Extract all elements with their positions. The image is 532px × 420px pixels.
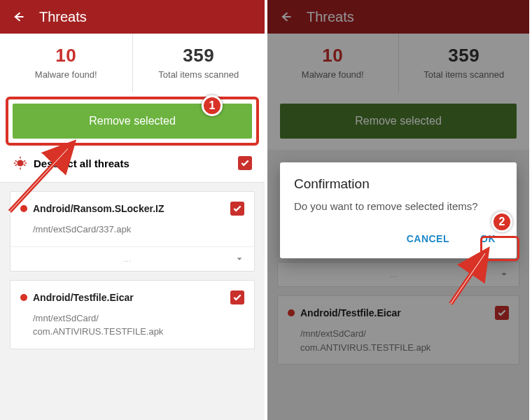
threat-card-footer[interactable]: …: [10, 246, 254, 271]
stat-malware-label: Malware found!: [6, 69, 127, 80]
threat-checkbox[interactable]: [230, 290, 244, 304]
stat-malware: 10 Malware found!: [0, 34, 133, 92]
check-icon: [232, 293, 242, 302]
ellipsis-icon: …: [20, 255, 234, 263]
threat-checkbox[interactable]: [230, 202, 244, 216]
threat-name: Android/Testfile.Eicar: [33, 292, 230, 303]
back-button[interactable]: [8, 7, 28, 27]
screen-step-2: Threats 10 Malware found! 359 Total item…: [266, 0, 532, 420]
app-header: Threats: [0, 0, 265, 34]
chevron-down-icon: [234, 254, 244, 264]
threat-dot-icon: [20, 205, 27, 212]
svg-point-0: [17, 160, 23, 166]
check-icon: [232, 204, 242, 214]
dialog-title: Confirmation: [294, 176, 503, 192]
stat-scanned: 359 Total items scanned: [133, 34, 265, 92]
threat-name: Android/Ransom.SLocker.IZ: [33, 203, 230, 214]
cancel-button[interactable]: CANCEL: [400, 229, 456, 248]
threat-card-header: Android/Testfile.Eicar: [10, 281, 254, 312]
page-title: Threats: [39, 9, 87, 25]
stat-scanned-count: 359: [139, 45, 260, 66]
remove-button-container: Remove selected: [0, 92, 265, 150]
screen-step-1: Threats 10 Malware found! 359 Total item…: [0, 0, 266, 420]
arrow-left-icon: [11, 10, 25, 24]
dialog-message: Do you want to remove selected items?: [294, 199, 503, 214]
annotation-badge-2: 2: [491, 211, 512, 232]
annotation-badge-1: 1: [202, 95, 223, 116]
threat-path: /mnt/extSdCard/337.apk: [10, 223, 254, 246]
confirmation-dialog: Confirmation Do you want to remove selec…: [280, 162, 517, 258]
deselect-checkbox[interactable]: [238, 156, 252, 170]
dialog-actions: CANCEL OK: [294, 229, 503, 248]
threat-card-header: Android/Ransom.SLocker.IZ: [10, 192, 254, 223]
threat-card: Android/Testfile.Eicar /mnt/extSdCard/ c…: [10, 280, 255, 349]
deselect-label: Deselect all threats: [34, 158, 238, 169]
stat-malware-count: 10: [6, 45, 127, 66]
threat-path: /mnt/extSdCard/ com.ANTIVIRUS.TESTFILE.a…: [10, 312, 254, 349]
deselect-all-row[interactable]: Deselect all threats: [0, 150, 265, 183]
check-icon: [240, 158, 250, 168]
stats-row: 10 Malware found! 359 Total items scanne…: [0, 34, 265, 92]
threat-card: Android/Ransom.SLocker.IZ /mnt/extSdCard…: [10, 191, 255, 272]
threat-dot-icon: [20, 294, 27, 301]
stat-scanned-label: Total items scanned: [139, 69, 260, 80]
bug-icon: [13, 155, 28, 171]
